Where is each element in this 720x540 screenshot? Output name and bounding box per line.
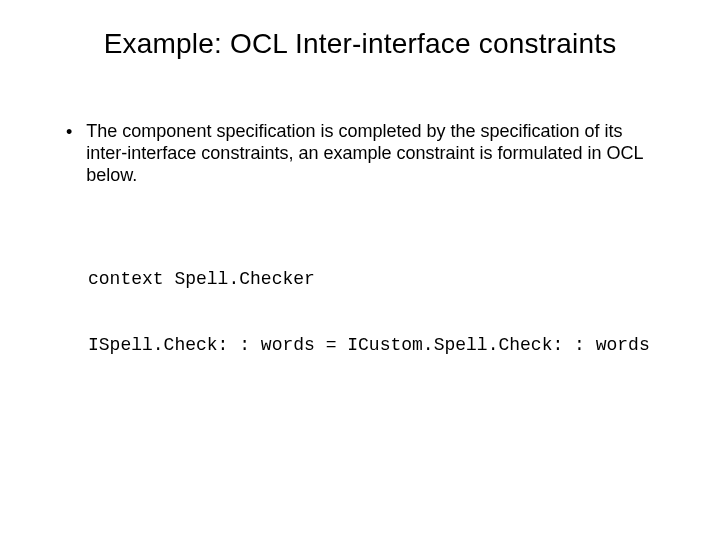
page-title: Example: OCL Inter-interface constraints [56,28,664,60]
bullet-item: • The component specification is complet… [66,120,664,186]
code-line-1: context Spell.Checker [88,268,664,290]
bullet-dot-icon: • [66,121,72,143]
ocl-code-block: context Spell.Checker ISpell.Check: : wo… [88,224,664,400]
slide: Example: OCL Inter-interface constraints… [0,0,720,540]
bullet-text: The component specification is completed… [86,120,664,186]
code-line-2: ISpell.Check: : words = ICustom.Spell.Ch… [88,334,664,356]
